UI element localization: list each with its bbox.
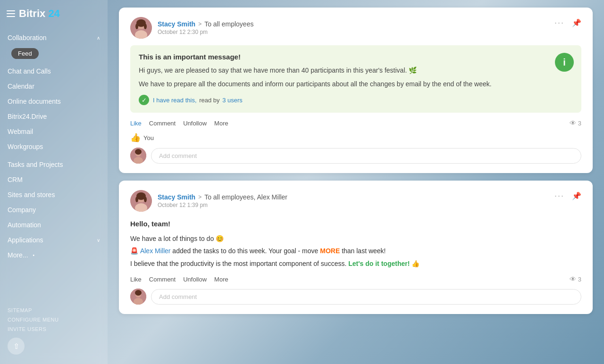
views-number-1: 3 <box>578 120 581 127</box>
sidebar-item-bitrix24-drive[interactable]: Bitrix24.Drive <box>0 109 108 124</box>
mention-alex[interactable]: Alex Miller <box>140 247 171 255</box>
post-timestamp-1: October 12 2:30 pm <box>158 29 253 35</box>
feed-button[interactable]: Feed <box>11 48 39 59</box>
post-card-2: Stacy Smith > To all employees, Alex Mil… <box>119 181 593 314</box>
sidebar-bottom: SITEMAP CONFIGURE MENU INVITE USERS ⇧ <box>0 300 108 364</box>
like-button-1[interactable]: Like <box>130 120 142 127</box>
cta-text: Let's do it together! <box>348 260 410 267</box>
sidebar-item-tasks-projects[interactable]: Tasks and Projects <box>0 157 108 172</box>
views-count-2: 👁 3 <box>570 275 581 283</box>
read-this-text[interactable]: I have read this, <box>153 97 197 104</box>
post-body-line2: 🚨 Alex Miller added the tasks to do this… <box>130 246 581 256</box>
alert-icon: 🚨 <box>130 247 138 255</box>
post-author-2[interactable]: Stacy Smith <box>158 193 195 201</box>
comment-button-2[interactable]: Comment <box>149 276 176 283</box>
unfollow-button-1[interactable]: Unfollow <box>183 120 207 127</box>
sidebar-item-automation[interactable]: Automation <box>0 217 108 232</box>
sidebar-header: Bitrix 24 <box>0 0 108 27</box>
app-logo: Bitrix 24 <box>19 8 60 20</box>
eye-icon-1: 👁 <box>570 119 576 127</box>
comment-row-2 <box>130 289 581 305</box>
body-line3-prefix: I believe that the productivity is the m… <box>130 260 348 267</box>
like-thumb-icon-1: 👍 <box>130 132 141 143</box>
post-header-1: Stacy Smith > To all employees October 1… <box>130 17 581 39</box>
sidebar-item-calendar[interactable]: Calendar <box>0 79 108 94</box>
post-footer-2: Like Comment Unfollow More 👁 3 <box>130 275 581 283</box>
sidebar-item-sites[interactable]: Sites and stores <box>0 187 108 202</box>
sidebar-item-crm[interactable]: CRM <box>0 172 108 187</box>
post-options-button-1[interactable]: ··· <box>552 17 567 29</box>
views-count-1: 👁 3 <box>570 119 581 127</box>
comment-input-1[interactable] <box>151 148 581 164</box>
svg-point-10 <box>135 149 142 155</box>
post-timestamp-2: October 12 1:39 pm <box>158 202 287 208</box>
post-body-line3: I believe that the productivity is the m… <box>130 258 581 269</box>
more-button-1[interactable]: More <box>214 120 228 127</box>
hamburger-menu-button[interactable] <box>7 10 15 17</box>
important-message-box: i This is an important message! Hi guys,… <box>130 45 581 113</box>
comment-button-1[interactable]: Comment <box>149 120 176 127</box>
post-body-2: Hello, team! We have a lot of things to … <box>130 218 581 269</box>
comment-avatar-2 <box>130 289 146 305</box>
comment-input-2[interactable] <box>151 289 581 305</box>
unfollow-button-2[interactable]: Unfollow <box>183 276 207 283</box>
post-header-2: Stacy Smith > To all employees, Alex Mil… <box>130 190 581 212</box>
chevron-down-icon: ∨ <box>97 238 100 243</box>
post-author-1[interactable]: Stacy Smith <box>158 20 195 28</box>
pin-button-2[interactable]: 📌 <box>572 191 581 200</box>
liked-by-you-1: You <box>143 134 154 141</box>
comment-avatar-1 <box>130 148 146 164</box>
svg-point-6 <box>144 24 147 29</box>
collaboration-group[interactable]: Collaboration ∧ <box>0 30 108 45</box>
sidebar-item-workgroups[interactable]: Workgroups <box>0 139 108 154</box>
pin-button-1[interactable]: 📌 <box>572 18 581 27</box>
important-body-line2: We have to prepare all the documents and… <box>139 79 573 89</box>
likes-row-1: 👍 You <box>130 132 581 143</box>
like-button-2[interactable]: Like <box>130 276 142 283</box>
read-by-text: read by <box>199 97 219 104</box>
body-suffix-text: than last week! <box>342 247 386 255</box>
svg-point-21 <box>135 290 142 296</box>
svg-point-5 <box>135 24 138 29</box>
post-chevron-1: > <box>198 21 201 27</box>
more-button-2[interactable]: More <box>214 276 228 283</box>
body-middle-text: added the tasks to do this week. Your go… <box>172 247 320 255</box>
sidebar-item-company[interactable]: Company <box>0 202 108 217</box>
sitemap-link[interactable]: SITEMAP <box>8 306 100 315</box>
chevron-up-icon: ∧ <box>97 35 100 41</box>
main-content: Stacy Smith > To all employees October 1… <box>108 0 604 364</box>
views-number-2: 3 <box>578 276 581 283</box>
more-dots-icon: • <box>33 253 35 258</box>
sidebar-item-applications[interactable]: Applications ∨ <box>0 232 108 248</box>
avatar-stacy-2 <box>130 190 152 212</box>
sidebar-item-more[interactable]: More... • <box>0 248 108 263</box>
cta-emoji: 👍 <box>411 260 419 267</box>
post-footer-1: Like Comment Unfollow More 👁 3 <box>130 119 581 127</box>
eye-icon-2: 👁 <box>570 275 576 283</box>
sidebar-item-online-documents[interactable]: Online documents <box>0 94 108 109</box>
scroll-up-button[interactable]: ⇧ <box>8 338 25 355</box>
post-target-2: To all employees, Alex Miller <box>204 193 287 201</box>
sidebar: Bitrix 24 Collaboration ∧ Feed Chat and … <box>0 0 108 364</box>
read-check-icon: ✓ <box>139 95 149 105</box>
important-body-line1: Hi guys, we are pleased to say that we h… <box>139 66 573 75</box>
post-card-1: Stacy Smith > To all employees October 1… <box>119 8 593 173</box>
important-icon: i <box>555 53 574 72</box>
configure-menu-link[interactable]: CONFIGURE MENU <box>8 315 100 324</box>
important-body: Hi guys, we are pleased to say that we h… <box>139 66 573 89</box>
comment-row-1 <box>130 148 581 164</box>
svg-point-17 <box>144 197 147 202</box>
post-body-line1: We have a lot of things to do 😊 <box>130 233 581 244</box>
post-chevron-2: > <box>198 194 201 200</box>
read-confirmation: ✓ I have read this, read by 3 users <box>139 95 573 105</box>
more-highlight: MORE <box>320 247 340 255</box>
invite-users-link[interactable]: INVITE USERS <box>8 324 100 334</box>
read-users-link[interactable]: 3 users <box>222 97 243 104</box>
post-title-2: Hello, team! <box>130 218 581 230</box>
collaboration-section: Collaboration ∧ Feed Chat and Calls Cale… <box>0 27 108 157</box>
post-options-button-2[interactable]: ··· <box>552 190 567 202</box>
sidebar-item-chat-calls[interactable]: Chat and Calls <box>0 64 108 79</box>
post-target-1: To all employees <box>204 20 253 28</box>
sidebar-item-webmail[interactable]: Webmail <box>0 124 108 139</box>
avatar-stacy-1 <box>130 17 152 39</box>
